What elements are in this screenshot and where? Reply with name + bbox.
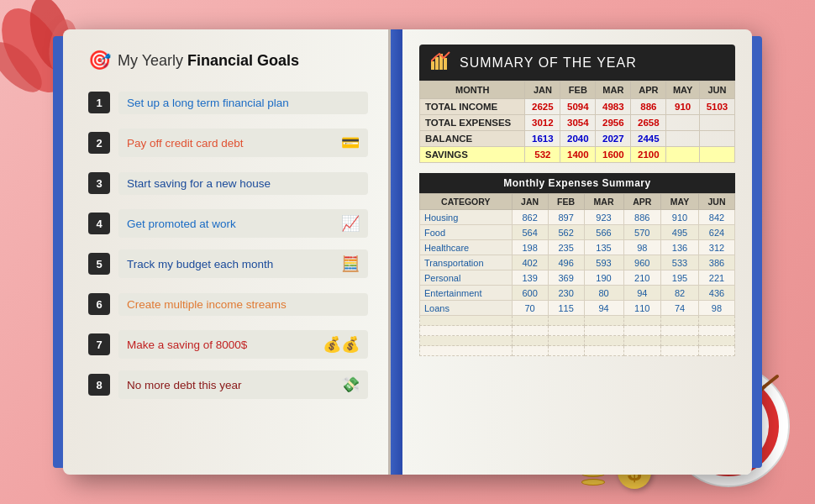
expense-row-3: Transportation402496593960533386 (420, 255, 735, 270)
goal-text-wrap-4: Get promoted at work 📈 (118, 209, 368, 238)
goal-item-5: 5 Track my budget each month 🧮 (88, 248, 368, 280)
expense-row-1: Food564562566570495624 (420, 225, 735, 240)
expenses-may (666, 115, 700, 131)
expense-cell-4-6: 221 (698, 270, 734, 286)
expenses-feb: 3054 (560, 115, 596, 131)
expense-cell-6-6: 98 (698, 301, 734, 316)
svg-rect-7 (444, 58, 447, 70)
page-title: 🎯 My Yearly Financial Goals (88, 50, 368, 71)
exp-col-mar: MAR (584, 194, 623, 210)
goal-item-2: 2 Pay off credit card debt 💳 (88, 127, 368, 159)
expense-cell-4-3: 190 (584, 270, 623, 286)
expense-cell-3-5: 533 (661, 255, 699, 270)
expense-cell-3-1: 402 (512, 255, 548, 270)
expense-cell-2-0: Healthcare (420, 240, 513, 255)
expense-cell-0-2: 897 (548, 210, 584, 225)
expense-cell-1-2: 562 (548, 225, 584, 240)
col-month: MONTH (420, 81, 525, 99)
svg-line-16 (765, 376, 777, 386)
savings-mar: 1600 (596, 147, 631, 163)
exp-col-jan: JAN (512, 194, 548, 210)
expense-row-2: Healthcare19823513598136312 (420, 240, 735, 255)
summary-header: SUMMARY OF THE YEAR (419, 45, 735, 81)
expense-cell-2-3: 135 (584, 240, 623, 255)
expenses-mar: 2956 (596, 115, 631, 131)
book-spine (391, 29, 402, 475)
goal-text-wrap-7: Make a saving of 8000$ 💰💰 (118, 330, 368, 359)
expense-empty-row-3 (420, 346, 735, 356)
savings-apr: 2100 (631, 147, 666, 163)
balance-jun (699, 131, 734, 147)
goal-number-6: 6 (88, 293, 110, 315)
goal-text-8: No more debt this year (127, 379, 242, 391)
goal-number-3: 3 (88, 172, 110, 194)
income-label: TOTAL INCOME (420, 99, 525, 115)
goal-icon-4: 📈 (341, 214, 360, 233)
exp-col-jun: JUN (698, 194, 734, 210)
goal-icon-5: 🧮 (341, 255, 360, 273)
col-may: MAY (666, 81, 700, 99)
expenses-table: CATEGORY JAN FEB MAR APR MAY JUN Housing… (419, 193, 735, 356)
expense-cell-3-2: 496 (548, 255, 584, 270)
income-jan: 2625 (525, 99, 560, 115)
goal-item-7: 7 Make a saving of 8000$ 💰💰 (88, 328, 368, 360)
expense-cell-2-1: 198 (512, 240, 548, 255)
expense-cell-3-6: 386 (698, 255, 734, 270)
savings-jun (699, 147, 734, 163)
savings-row: SAVINGS 532 1400 1600 2100 (420, 147, 735, 163)
goal-text-5: Track my budget each month (127, 258, 273, 270)
expense-cell-6-2: 115 (548, 301, 584, 316)
goal-item-1: 1 Set up a long term financial plan (88, 87, 368, 118)
chart-icon (431, 51, 451, 74)
expense-cell-3-0: Transportation (420, 255, 513, 270)
expense-cell-1-1: 564 (512, 225, 548, 240)
expenses-apr: 2658 (631, 115, 666, 131)
goal-text-wrap-5: Track my budget each month 🧮 (118, 249, 368, 278)
goal-icon-7: 💰💰 (323, 335, 360, 354)
expense-cell-6-3: 94 (584, 301, 623, 316)
col-jan: JAN (525, 81, 560, 99)
goal-text-1: Set up a long term financial plan (127, 97, 289, 109)
expense-cell-5-0: Entertainment (420, 286, 513, 301)
goal-icon-2: 💳 (341, 134, 360, 152)
expense-cell-4-2: 369 (548, 270, 584, 286)
expense-cell-4-1: 139 (512, 270, 548, 286)
goal-item-3: 3 Start saving for a new house (88, 167, 368, 199)
expense-cell-6-0: Loans (420, 301, 513, 316)
exp-col-cat: CATEGORY (420, 194, 513, 210)
savings-jan: 532 (525, 147, 560, 163)
expense-empty-row-1 (420, 326, 735, 336)
income-may: 910 (666, 99, 700, 115)
goal-text-4: Get promoted at work (127, 218, 236, 230)
balance-jan: 1613 (525, 131, 560, 147)
expenses-row: TOTAL EXPENSES 3012 3054 2956 2658 (420, 115, 735, 131)
goal-text-6: Create multiple income streams (127, 298, 287, 311)
goal-item-8: 8 No more debt this year 💸 (88, 369, 368, 401)
goal-number-5: 5 (88, 253, 110, 275)
expense-cell-0-1: 862 (512, 210, 548, 225)
savings-may (666, 147, 700, 163)
exp-col-apr: APR (623, 194, 661, 210)
expense-cell-0-6: 842 (698, 210, 734, 225)
goal-text-2: Pay off credit card debt (127, 137, 244, 150)
goals-list: 1 Set up a long term financial plan 2 Pa… (88, 87, 368, 401)
expense-cell-5-3: 80 (584, 286, 623, 301)
col-mar: MAR (596, 81, 631, 99)
expense-cell-4-4: 210 (623, 270, 661, 286)
goal-text-7: Make a saving of 8000$ (127, 339, 247, 351)
expense-cell-5-1: 600 (512, 286, 548, 301)
goal-number-8: 8 (88, 374, 110, 396)
expense-cell-2-2: 235 (548, 240, 584, 255)
expense-row-5: Entertainment600230809482436 (420, 286, 735, 301)
savings-feb: 1400 (560, 147, 596, 163)
right-page: SUMMARY OF THE YEAR MONTH JAN FEB MAR AP… (402, 29, 752, 475)
expense-cell-1-3: 566 (584, 225, 623, 240)
expense-cell-3-3: 593 (584, 255, 623, 270)
exp-col-may: MAY (661, 194, 699, 210)
income-feb: 5094 (560, 99, 596, 115)
balance-feb: 2040 (560, 131, 596, 147)
savings-label: SAVINGS (420, 147, 525, 163)
expense-cell-5-5: 82 (661, 286, 699, 301)
expense-cell-6-1: 70 (512, 301, 548, 316)
goal-number-4: 4 (88, 213, 110, 234)
